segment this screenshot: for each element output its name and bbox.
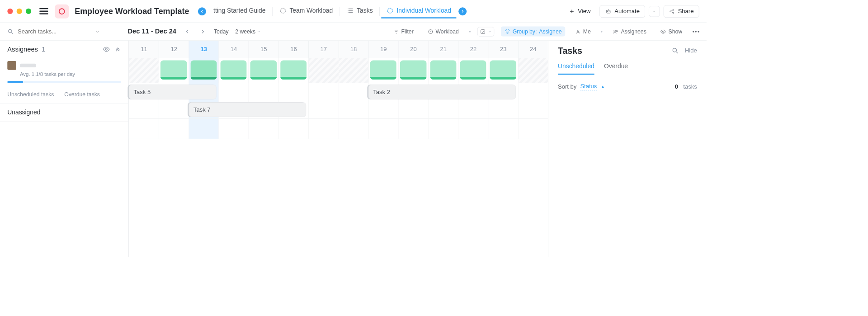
timespan-select[interactable]: 2 weeks	[235, 28, 260, 35]
assignees-label: Assignees	[621, 28, 646, 35]
hide-panel-button[interactable]: Hide	[685, 47, 697, 54]
people-icon	[613, 28, 619, 34]
gauge-icon	[428, 28, 434, 34]
divider	[272, 7, 273, 16]
main-content: Assignees 1 Avg. 1.1/8 tasks per day Uns…	[0, 41, 707, 257]
day-column[interactable]: 20	[398, 41, 428, 58]
assignees-button[interactable]: Assignees	[609, 27, 650, 37]
next-range-button[interactable]	[198, 27, 208, 36]
timeline: 1112131415161718192021222324 Task 5 Task…	[129, 41, 548, 257]
day-column[interactable]: 22	[458, 41, 488, 58]
day-column[interactable]: 13	[189, 41, 218, 58]
task-bar[interactable]: Task 2	[368, 85, 516, 99]
filter-button[interactable]: Filter	[390, 27, 417, 37]
chevron-down-icon[interactable]	[95, 29, 100, 34]
day-column[interactable]: 23	[488, 41, 518, 58]
me-button[interactable]: Me	[572, 27, 594, 37]
task-bar[interactable]: Task 5	[129, 85, 217, 99]
sort-by-value[interactable]: Status	[580, 83, 597, 90]
tab-overdue[interactable]: Overdue	[604, 62, 628, 75]
assignee-task-links: Unscheduled tasks Overdue tasks	[0, 85, 128, 104]
search-icon[interactable]	[672, 47, 679, 54]
assignee-row[interactable]: Avg. 1.1/8 tasks per day	[0, 58, 128, 85]
day-header: 1112131415161718192021222324	[129, 41, 548, 58]
search-box[interactable]	[7, 28, 114, 35]
svg-point-17	[616, 30, 618, 32]
workload-block[interactable]	[490, 60, 516, 79]
more-menu-icon[interactable]	[693, 31, 699, 32]
group-by-chip[interactable]: Group by: Assignee	[501, 27, 566, 37]
day-column[interactable]: 19	[368, 41, 398, 58]
show-label: Show	[669, 28, 683, 35]
divider	[340, 7, 340, 16]
maximize-window-icon[interactable]	[26, 9, 31, 14]
day-column[interactable]: 21	[428, 41, 458, 58]
svg-point-8	[673, 12, 674, 13]
svg-point-2	[387, 8, 392, 13]
day-column[interactable]: 11	[129, 41, 159, 58]
view-button[interactable]: View	[564, 5, 595, 17]
search-input[interactable]	[18, 28, 91, 35]
day-column[interactable]: 16	[278, 41, 308, 58]
workload-block[interactable]	[160, 60, 187, 79]
tab-team-workload[interactable]: Team Workload	[274, 4, 338, 19]
task-bar[interactable]: Task 7	[189, 102, 306, 117]
automate-button[interactable]: Automate	[599, 5, 645, 18]
workload-block[interactable]	[400, 60, 426, 79]
day-column[interactable]: 17	[308, 41, 338, 58]
divider	[379, 7, 380, 16]
sort-asc-icon[interactable]: ▲	[600, 84, 605, 89]
day-column[interactable]: 14	[219, 41, 249, 58]
tab-individual-workload[interactable]: Individual Workload	[381, 4, 456, 19]
show-button[interactable]: Show	[657, 27, 686, 37]
group-by-label: Group by:	[513, 28, 537, 35]
day-column[interactable]: 12	[159, 41, 189, 58]
today-button[interactable]: Today	[214, 28, 229, 35]
tabs-scroll-right-icon[interactable]	[458, 7, 467, 15]
tab-getting-started[interactable]: tting Started Guide	[208, 4, 271, 19]
prev-range-button[interactable]	[183, 27, 192, 36]
automate-dropdown[interactable]	[649, 6, 660, 17]
close-window-icon[interactable]	[7, 9, 13, 14]
tab-label: Team Workload	[289, 7, 333, 14]
menu-icon[interactable]	[39, 8, 48, 14]
tabs-scroll-left-icon[interactable]	[198, 7, 206, 15]
dot-separator	[601, 31, 602, 32]
workload-button[interactable]: Workload	[424, 27, 462, 37]
eye-icon[interactable]	[103, 46, 110, 53]
day-column[interactable]: 24	[518, 41, 548, 58]
page-title[interactable]: Employee Workload Template	[75, 6, 189, 16]
search-icon	[7, 28, 14, 35]
collapse-all-icon[interactable]	[114, 46, 121, 52]
assignee-avg-label: Avg. 1.1/8 tasks per day	[7, 71, 121, 77]
task-lane-2: Task 7	[129, 101, 548, 118]
svg-point-9	[9, 29, 12, 33]
workload-block[interactable]	[250, 60, 277, 79]
tab-tasks[interactable]: Tasks	[341, 4, 378, 19]
view-tabs: tting Started Guide Team Workload Tasks …	[196, 4, 561, 19]
overdue-tasks-link[interactable]: Overdue tasks	[64, 91, 100, 98]
day-column[interactable]: 18	[338, 41, 368, 58]
chevron-down-icon	[257, 30, 260, 33]
unscheduled-tasks-link[interactable]: Unscheduled tasks	[7, 91, 54, 98]
workload-block[interactable]	[370, 60, 396, 79]
plus-icon	[569, 8, 575, 14]
space-icon[interactable]	[55, 4, 69, 18]
workload-block[interactable]	[460, 60, 486, 79]
date-range[interactable]: Dec 11 - Dec 24	[127, 28, 176, 35]
workload-block[interactable]	[280, 60, 307, 79]
unassigned-row[interactable]: Unassigned	[0, 104, 128, 122]
share-button[interactable]: Share	[664, 5, 699, 18]
workload-block[interactable]	[430, 60, 456, 79]
svg-point-18	[663, 31, 664, 32]
avatar	[7, 61, 16, 70]
tab-unscheduled[interactable]: Unscheduled	[558, 62, 594, 75]
svg-point-13	[508, 29, 509, 31]
timespan-label: 2 weeks	[235, 28, 255, 35]
workload-settings[interactable]	[477, 27, 494, 36]
top-bar: Employee Workload Template tting Started…	[0, 0, 707, 23]
workload-block[interactable]	[221, 60, 247, 79]
day-column[interactable]: 15	[249, 41, 278, 58]
minimize-window-icon[interactable]	[17, 9, 22, 14]
workload-block[interactable]	[190, 60, 217, 79]
